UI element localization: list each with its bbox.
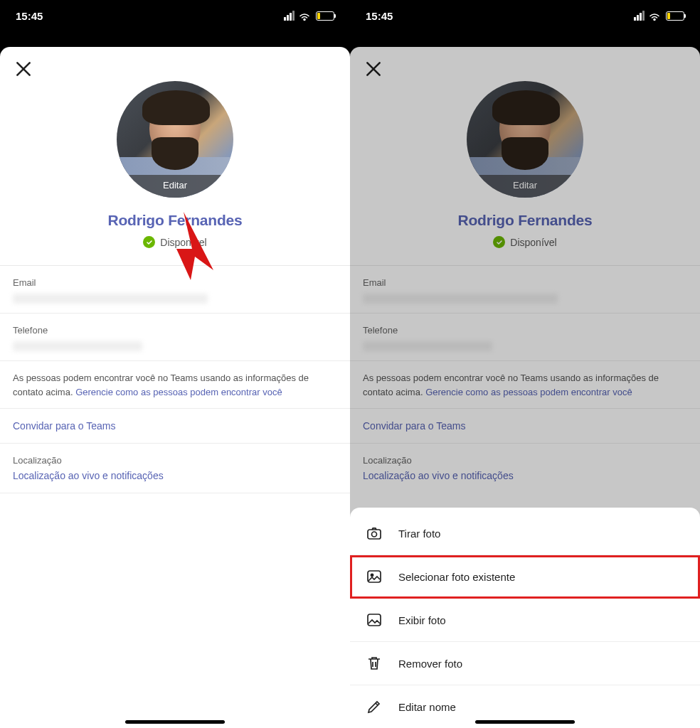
phone-value-redacted — [13, 341, 142, 351]
profile-card: Editar Rodrigo Fernandes Disponível Emai… — [0, 47, 350, 728]
phone-label: Telefone — [13, 325, 337, 336]
home-indicator[interactable] — [125, 720, 225, 724]
left-screen: 15:45 Editar Rodrigo Fernandes Disponíve… — [0, 0, 350, 728]
annotation-arrow — [176, 212, 245, 283]
camera-icon — [366, 525, 383, 542]
cellular-signal-icon — [284, 11, 295, 21]
home-indicator[interactable] — [475, 720, 575, 724]
svg-rect-5 — [368, 530, 381, 539]
status-time: 15:45 — [366, 10, 393, 22]
svg-rect-9 — [368, 614, 381, 626]
wifi-icon — [649, 11, 660, 20]
status-bar: 15:45 — [0, 0, 350, 31]
image-icon — [366, 568, 383, 585]
location-link[interactable]: Localização ao vivo e notificações — [13, 470, 337, 481]
profile-card: Editar Rodrigo Fernandes Disponível Emai… — [350, 47, 700, 728]
battery-icon — [666, 11, 684, 21]
sheet-item-remove-photo[interactable]: Remover foto — [350, 642, 700, 685]
invite-link[interactable]: Convidar para o Teams — [13, 420, 337, 432]
status-icons — [284, 11, 334, 21]
cellular-signal-icon — [634, 11, 645, 21]
avatar-section: Editar Rodrigo Fernandes Disponível — [0, 47, 350, 266]
sheet-item-take-photo[interactable]: Tirar foto — [350, 512, 700, 555]
sheet-item-view-photo[interactable]: Exibir foto — [350, 599, 700, 642]
svg-marker-2 — [176, 212, 213, 280]
sheet-label: Editar nome — [398, 701, 456, 713]
svg-rect-7 — [368, 571, 381, 582]
email-value-redacted — [13, 294, 208, 304]
pencil-icon — [366, 698, 383, 715]
sheet-label: Exibir foto — [398, 614, 446, 626]
sheet-label: Tirar foto — [398, 528, 440, 540]
available-status-icon — [143, 236, 155, 248]
sheet-label: Remover foto — [398, 658, 462, 670]
location-label: Localização — [13, 455, 337, 466]
sheet-item-select-existing-photo[interactable]: Selecionar foto existente — [350, 555, 700, 599]
status-time: 15:45 — [16, 10, 43, 22]
email-label: Email — [13, 277, 337, 288]
phone-field: Telefone — [0, 314, 350, 361]
wifi-icon — [299, 11, 310, 20]
edit-avatar-button[interactable]: Editar — [117, 175, 233, 198]
status-icons — [634, 11, 684, 21]
manage-discoverability-link[interactable]: Gerencie como as pessoas podem encontrar… — [75, 387, 282, 397]
discoverability-info: As pessoas podem encontrar você no Teams… — [0, 361, 350, 409]
invite-section[interactable]: Convidar para o Teams — [0, 409, 350, 444]
location-section[interactable]: Localização Localização ao vivo e notifi… — [0, 444, 350, 493]
battery-icon — [316, 11, 334, 21]
photo-action-sheet: Tirar foto Selecionar foto existente Exi… — [350, 508, 700, 728]
svg-point-8 — [371, 574, 373, 576]
svg-point-6 — [372, 532, 377, 537]
trash-icon — [366, 655, 383, 672]
status-bar: 15:45 — [350, 0, 700, 31]
sheet-label: Selecionar foto existente — [398, 571, 515, 583]
right-screen: 15:45 Editar Rodrigo Fernandes Disponíve… — [350, 0, 700, 728]
email-field: Email — [0, 266, 350, 314]
avatar[interactable]: Editar — [117, 81, 233, 198]
picture-icon — [366, 611, 383, 628]
close-button[interactable] — [14, 60, 33, 78]
